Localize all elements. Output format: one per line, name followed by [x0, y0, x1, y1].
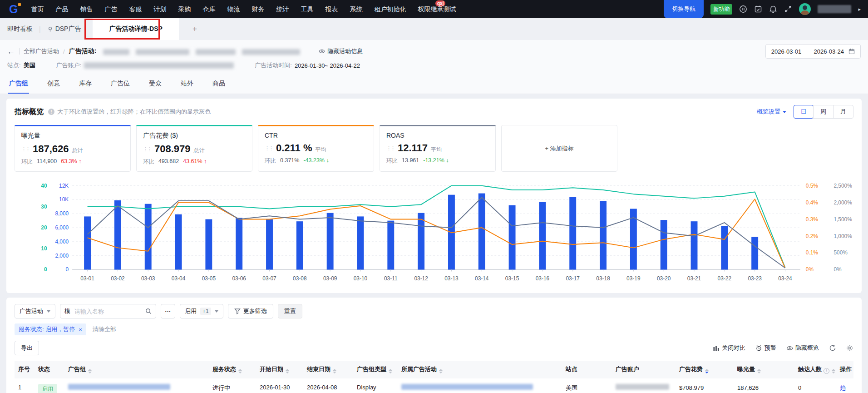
entity-type-select[interactable]: 广告活动	[15, 304, 55, 318]
refresh-icon[interactable]	[829, 344, 836, 352]
add-tab-button[interactable]: +	[192, 25, 197, 34]
calendar-check-icon[interactable]	[754, 5, 762, 13]
nav-item-3[interactable]: 销售	[74, 0, 99, 18]
sort-icon[interactable]	[757, 369, 761, 373]
nav-item-15[interactable]: 租户初始化	[368, 0, 412, 18]
subtab-1[interactable]: 广告组	[8, 75, 29, 94]
nav-item-8[interactable]: 仓库	[197, 0, 221, 18]
nav-item-5[interactable]: 客服	[123, 0, 148, 18]
pause-circle-icon[interactable]	[739, 5, 747, 13]
subtab-3[interactable]: 库存	[78, 75, 93, 94]
metric-card-1[interactable]: 曝光量⋮⋮187,626总计环比114,90063.3% ↑	[15, 125, 131, 172]
fullscreen-icon[interactable]	[784, 5, 792, 13]
column-header-8[interactable]: 所属广告活动	[398, 361, 562, 378]
more-filters-button[interactable]: 更多筛选	[228, 304, 273, 318]
cell-site: 美国	[562, 378, 612, 393]
cell-parent-campaign[interactable]	[398, 378, 562, 393]
period-button-1[interactable]: 日	[794, 105, 814, 119]
reset-button[interactable]: 重置	[278, 304, 302, 318]
date-range-picker[interactable]: 2026-03-01 – 2026-03-24	[765, 44, 861, 59]
user-menu-caret-icon[interactable]: ▸	[858, 6, 861, 12]
nav-item-16[interactable]: 权限继承测试qxj	[412, 0, 462, 18]
fuzzy-match-toggle[interactable]: 模	[64, 307, 70, 315]
nav-item-13[interactable]: 报表	[319, 0, 344, 18]
column-header-5[interactable]: 开始日期	[256, 361, 303, 378]
sort-icon[interactable]	[832, 369, 835, 373]
export-button[interactable]: 导出	[15, 341, 39, 355]
nav-item-7[interactable]: 采购	[172, 0, 197, 18]
subtab-2[interactable]: 创意	[46, 75, 61, 94]
nav-item-1[interactable]: 首页	[25, 0, 49, 18]
sort-icon[interactable]	[333, 369, 336, 373]
close-icon[interactable]: ×	[79, 326, 82, 333]
drag-handle-icon[interactable]: ⋮⋮	[386, 145, 395, 151]
metric-card-3[interactable]: CTR⋮⋮0.211 %平均环比0.371%-43.23% ↓	[258, 125, 374, 172]
sort-icon[interactable]	[389, 369, 392, 373]
svg-text:03-20: 03-20	[657, 275, 671, 282]
ad-group-name-blurred	[68, 384, 170, 390]
add-metric-card-button[interactable]: + 添加指标	[501, 125, 617, 172]
column-header-4[interactable]: 服务状态	[209, 361, 256, 378]
nav-item-4[interactable]: 广告	[99, 0, 123, 18]
svg-text:03-09: 03-09	[323, 275, 337, 282]
trend-link[interactable]: 趋势	[840, 384, 846, 393]
close-compare-toggle[interactable]: 关闭对比	[713, 344, 745, 352]
hide-overview-toggle[interactable]: 隐藏概览	[786, 344, 819, 352]
name-search-input[interactable]	[74, 308, 142, 315]
nav-item-11[interactable]: 统计	[270, 0, 295, 18]
subtab-5[interactable]: 受众	[148, 75, 163, 94]
more-search-options-button[interactable]: ⋯	[161, 304, 175, 318]
tab-dashboard[interactable]: 即时看板	[7, 25, 33, 33]
svg-text:03-07: 03-07	[262, 275, 276, 282]
overview-settings-button[interactable]: 概览设置	[757, 108, 786, 116]
drag-handle-icon[interactable]: ⋮⋮	[143, 146, 151, 152]
svg-text:03-05: 03-05	[202, 275, 216, 282]
column-header-3[interactable]: 广告组	[64, 361, 209, 378]
sort-icon[interactable]	[705, 369, 709, 373]
clear-all-filters[interactable]: 清除全部	[93, 325, 116, 333]
column-header-7[interactable]: 广告组类型	[353, 361, 398, 378]
nav-item-9[interactable]: 物流	[221, 0, 246, 18]
subtab-4[interactable]: 广告位	[110, 75, 131, 94]
period-button-3[interactable]: 月	[833, 105, 853, 118]
nav-item-12[interactable]: 工具	[295, 0, 319, 18]
period-button-2[interactable]: 周	[813, 105, 833, 118]
gear-icon[interactable]	[846, 344, 853, 352]
search-icon[interactable]	[145, 308, 152, 314]
column-header-12[interactable]: 曝光量	[734, 361, 794, 378]
subtab-7[interactable]: 商品	[212, 75, 226, 94]
sort-icon[interactable]	[238, 369, 242, 373]
nav-item-6[interactable]: 计划	[148, 0, 172, 18]
tab-campaign-detail-active[interactable]: 广告活动详情-DSP	[93, 18, 178, 40]
metric-suffix: 平均	[316, 146, 326, 154]
subtab-6[interactable]: 站外	[180, 75, 194, 94]
column-header-11[interactable]: 广告花费	[676, 361, 734, 378]
sort-icon[interactable]	[88, 369, 92, 373]
metric-label: CTR	[265, 132, 367, 139]
column-header-13[interactable]: 触达人数!	[794, 361, 836, 378]
sort-icon[interactable]	[286, 369, 289, 373]
nav-item-14[interactable]: 系统	[344, 0, 368, 18]
drag-handle-icon[interactable]: ⋮⋮	[21, 146, 30, 152]
nav-item-10[interactable]: 财务	[246, 0, 270, 18]
svg-text:1,500%: 1,500%	[833, 216, 852, 223]
nav-item-2[interactable]: 产品	[49, 0, 74, 18]
user-avatar[interactable]	[799, 3, 811, 15]
metric-card-2[interactable]: 广告花费 ($)⋮⋮708.979总计环比493.68243.61% ↑	[136, 125, 252, 172]
sort-icon[interactable]	[439, 369, 443, 373]
chevron-down-icon	[783, 111, 786, 113]
drag-handle-icon[interactable]: ⋮⋮	[265, 145, 273, 151]
hide-campaign-info-toggle[interactable]: 隐藏活动信息	[319, 47, 363, 55]
app-logo[interactable]: G	[9, 0, 18, 18]
switch-nav-button[interactable]: 切换导航	[664, 0, 704, 18]
cell-ad-group[interactable]	[64, 378, 209, 393]
status-filter-select[interactable]: 启用 +1	[180, 304, 223, 318]
tab-dsp-ads[interactable]: DSP广告	[47, 25, 81, 33]
back-button[interactable]: ←	[7, 48, 15, 55]
bell-icon[interactable]	[769, 5, 777, 13]
new-feature-badge[interactable]: 新功能	[710, 4, 732, 15]
metric-card-4[interactable]: ROAS⋮⋮12.117平均环比13.961-13.21% ↓	[380, 125, 496, 172]
column-header-6[interactable]: 结束日期	[303, 361, 353, 378]
breadcrumb-all-campaigns[interactable]: 全部广告活动	[24, 47, 59, 55]
alert-settings-button[interactable]: 预警	[755, 344, 776, 352]
